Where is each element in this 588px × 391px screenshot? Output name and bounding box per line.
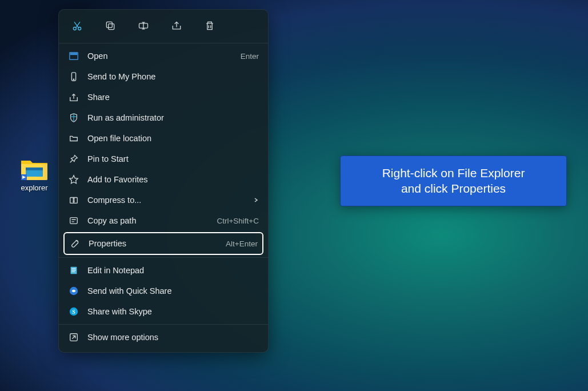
menu-label: Compress to... bbox=[87, 196, 245, 205]
menu-item-run-admin[interactable]: Run as administrator bbox=[59, 107, 268, 128]
shield-icon bbox=[68, 113, 79, 123]
menu-item-pin-start[interactable]: Pin to Start bbox=[59, 149, 268, 169]
desktop-shortcut-explorer[interactable]: explorer bbox=[17, 157, 51, 192]
folder-icon bbox=[20, 157, 49, 181]
separator bbox=[59, 257, 268, 258]
svg-rect-12 bbox=[70, 218, 78, 224]
context-menu: Open Enter Send to My Phone Share Run as… bbox=[58, 9, 269, 353]
svg-point-2 bbox=[73, 27, 76, 30]
menu-label: Share bbox=[87, 93, 259, 102]
expand-icon bbox=[68, 332, 79, 342]
callout-line1: Right-click on File Explorer bbox=[352, 165, 555, 181]
menu-item-compress[interactable]: Compress to... bbox=[59, 190, 268, 210]
separator bbox=[59, 324, 268, 325]
menu-label: Open bbox=[87, 51, 233, 61]
svg-point-3 bbox=[78, 27, 81, 30]
menu-item-show-more[interactable]: Show more options bbox=[59, 327, 268, 348]
callout-box: Right-click on File Explorer and click P… bbox=[340, 155, 567, 206]
accelerator: Enter bbox=[241, 52, 259, 61]
svg-point-10 bbox=[73, 79, 74, 79]
menu-label: Run as administrator bbox=[87, 113, 259, 122]
rename-icon[interactable] bbox=[135, 18, 151, 34]
menu-label: Send with Quick Share bbox=[87, 286, 259, 296]
wrench-icon bbox=[69, 238, 81, 249]
share-toolbar-icon[interactable] bbox=[169, 18, 185, 34]
quick-share-icon bbox=[68, 286, 79, 296]
context-toolbar bbox=[59, 14, 268, 41]
menu-item-add-favorites[interactable]: Add to Favorites bbox=[59, 169, 268, 190]
cut-icon[interactable] bbox=[69, 18, 85, 34]
separator bbox=[59, 43, 268, 43]
menu-label: Open file location bbox=[87, 134, 259, 143]
menu-label: Add to Favorites bbox=[87, 175, 259, 184]
open-icon bbox=[68, 51, 79, 61]
accelerator: Ctrl+Shift+C bbox=[217, 217, 259, 225]
archive-icon bbox=[68, 195, 79, 205]
chevron-right-icon bbox=[253, 196, 259, 205]
pin-icon bbox=[68, 154, 79, 164]
menu-label: Properties bbox=[89, 239, 218, 248]
copy-icon[interactable] bbox=[102, 18, 118, 34]
share-icon bbox=[68, 92, 79, 102]
notepad-icon bbox=[68, 265, 79, 276]
folder-open-icon bbox=[68, 133, 79, 143]
menu-item-open[interactable]: Open Enter bbox=[59, 46, 268, 66]
annotation-callout: Right-click on File Explorer and click P… bbox=[340, 155, 567, 206]
svg-rect-8 bbox=[70, 53, 78, 55]
menu-label: Send to My Phone bbox=[87, 72, 259, 81]
phone-icon bbox=[68, 71, 79, 82]
menu-item-copy-path[interactable]: Copy as path Ctrl+Shift+C bbox=[59, 210, 268, 231]
copy-path-icon bbox=[68, 216, 79, 226]
svg-rect-14 bbox=[71, 268, 75, 269]
menu-item-edit-notepad[interactable]: Edit in Notepad bbox=[59, 260, 268, 281]
svg-rect-4 bbox=[109, 24, 114, 30]
menu-item-send-phone[interactable]: Send to My Phone bbox=[59, 66, 268, 87]
delete-icon[interactable] bbox=[202, 18, 218, 34]
svg-text:S: S bbox=[72, 309, 75, 315]
svg-rect-15 bbox=[71, 270, 75, 270]
menu-item-share-skype[interactable]: S Share with Skype bbox=[59, 301, 268, 322]
menu-label: Copy as path bbox=[87, 216, 209, 225]
skype-icon: S bbox=[68, 306, 79, 317]
accelerator: Alt+Enter bbox=[226, 240, 258, 248]
menu-label: Show more options bbox=[87, 333, 259, 342]
svg-rect-5 bbox=[106, 22, 112, 27]
menu-label: Edit in Notepad bbox=[87, 266, 259, 275]
menu-label: Share with Skype bbox=[87, 307, 259, 316]
menu-item-share[interactable]: Share bbox=[59, 87, 268, 107]
callout-line2: and click Properties bbox=[352, 181, 555, 196]
svg-rect-16 bbox=[71, 272, 74, 272]
svg-rect-1 bbox=[26, 167, 43, 170]
desktop-shortcut-label: explorer bbox=[21, 183, 48, 192]
menu-item-open-location[interactable]: Open file location bbox=[59, 128, 268, 149]
menu-item-properties[interactable]: Properties Alt+Enter bbox=[63, 232, 263, 255]
menu-label: Pin to Start bbox=[87, 154, 259, 163]
menu-item-quick-share[interactable]: Send with Quick Share bbox=[59, 281, 268, 301]
star-icon bbox=[68, 174, 79, 185]
